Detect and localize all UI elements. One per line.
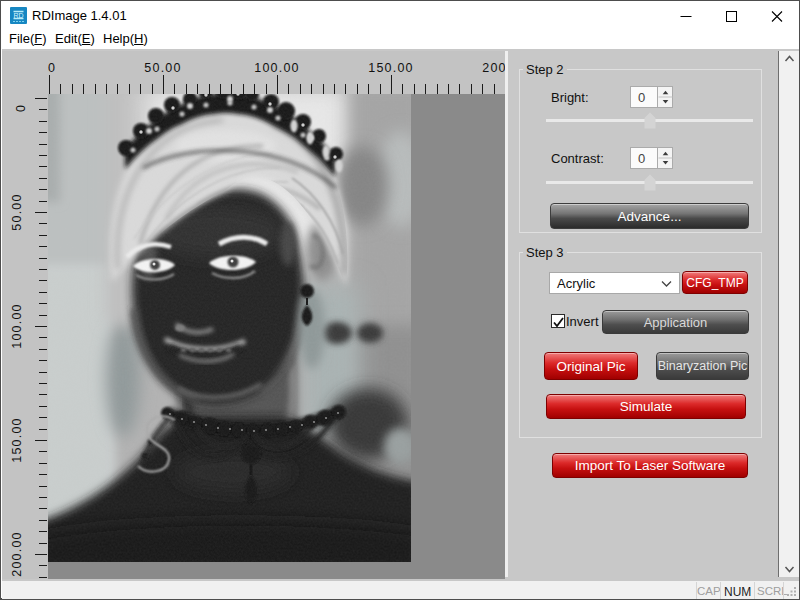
svg-text:RD: RD: [13, 12, 23, 19]
